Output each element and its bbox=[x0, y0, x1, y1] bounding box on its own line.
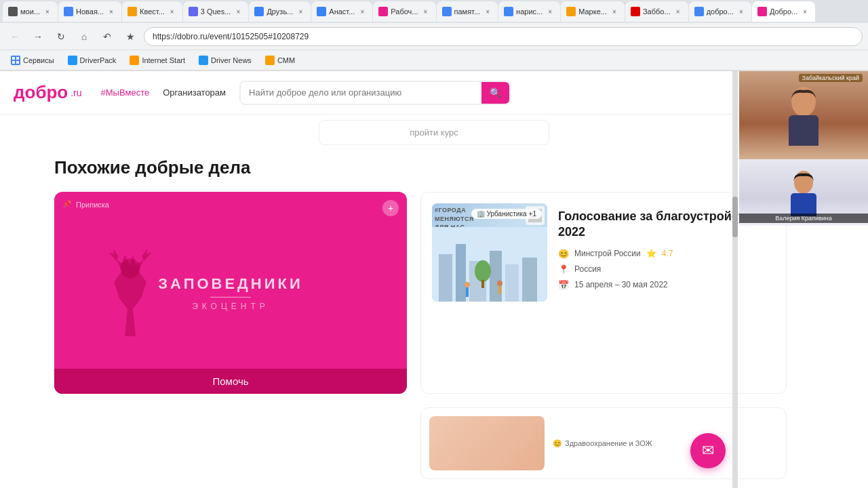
pink-card-help-button[interactable]: Помочь bbox=[54, 369, 407, 394]
tab-4[interactable]: 3 Ques... × bbox=[183, 1, 249, 22]
tab-10[interactable]: Марке... × bbox=[561, 1, 625, 22]
tab-favicon-12 bbox=[694, 7, 704, 16]
pass-course-button[interactable]: пройти курс bbox=[319, 120, 549, 145]
tab-2[interactable]: Новая... × bbox=[58, 1, 121, 22]
logo-tld: .ru bbox=[71, 87, 81, 98]
tab-title-10: Марке... bbox=[578, 7, 607, 16]
event-card-header: #ГОРОДАМЕНЯЮТСЯДЛЯ НАС 🏛 bbox=[421, 192, 786, 312]
svg-point-16 bbox=[475, 260, 491, 282]
internetstart-label: Internet Start bbox=[142, 56, 185, 64]
tab-favicon-2 bbox=[64, 7, 73, 16]
tab-close-12[interactable]: × bbox=[736, 7, 746, 16]
tab-13[interactable]: Добро... × bbox=[752, 1, 815, 22]
bookmark-drivernews[interactable]: Driver News bbox=[193, 54, 257, 66]
services-label: Сервисы bbox=[23, 56, 54, 64]
svg-rect-14 bbox=[505, 264, 519, 302]
reload-button[interactable]: ↻ bbox=[52, 27, 71, 46]
bottom-card-image-inner bbox=[429, 416, 545, 470]
bookmarks-bar: Сервисы DriverPack Internet Start Driver… bbox=[0, 50, 868, 70]
tab-title-12: добро... bbox=[707, 7, 734, 16]
scrollbar[interactable] bbox=[732, 71, 738, 488]
tab-close-7[interactable]: × bbox=[421, 7, 431, 16]
tab-favicon-1 bbox=[8, 7, 18, 16]
tab-title-8: памят... bbox=[454, 7, 481, 16]
tab-close-3[interactable]: × bbox=[167, 7, 177, 16]
health-icon: 😊 bbox=[553, 439, 562, 448]
search-button[interactable]: 🔍 bbox=[481, 82, 509, 104]
scrollbar-thumb[interactable] bbox=[732, 197, 738, 237]
building-icon: 🏢 bbox=[477, 210, 485, 218]
bookmark-star-button[interactable]: ★ bbox=[121, 27, 140, 46]
tab-8[interactable]: памят... × bbox=[437, 1, 498, 22]
tab-1[interactable]: мои... × bbox=[3, 1, 58, 22]
tab-title-5: Друзь... bbox=[267, 7, 293, 16]
back-button[interactable]: ← bbox=[5, 27, 24, 46]
driverpack-label: DriverPack bbox=[80, 56, 117, 64]
logo[interactable]: добро.ru bbox=[14, 82, 82, 103]
tab-9[interactable]: нарис... × bbox=[498, 1, 560, 22]
bookmark-internetstart[interactable]: Internet Start bbox=[124, 54, 191, 66]
address-bar[interactable] bbox=[144, 27, 863, 46]
tab-close-13[interactable]: × bbox=[800, 7, 810, 16]
tab-title-7: Рабоч... bbox=[391, 7, 418, 16]
tab-title-2: Новая... bbox=[76, 7, 104, 16]
tab-close-11[interactable]: × bbox=[673, 7, 683, 16]
video-region-1: Забайкальский край bbox=[739, 71, 868, 159]
tab-title-1: мои... bbox=[20, 7, 40, 16]
cards-row: 📌 Приписка + ЗАПОВЕДНИКИ ЭКОЦЕНТР bbox=[54, 192, 814, 394]
tab-close-5[interactable]: × bbox=[296, 7, 305, 16]
chat-bubble-button[interactable]: ✉ bbox=[690, 433, 726, 468]
tab-7[interactable]: Рабоч... × bbox=[373, 1, 435, 22]
search-bar: 🔍 bbox=[239, 81, 511, 105]
pink-card-plus-button[interactable]: + bbox=[382, 200, 399, 216]
video-overlay: Забайкальский край Валерия Крапивина bbox=[739, 71, 868, 226]
event-org-name: Минстрой России bbox=[574, 249, 641, 258]
for-organizers-link[interactable]: Организаторам bbox=[163, 87, 226, 98]
internetstart-icon bbox=[130, 56, 139, 65]
city-illustration bbox=[432, 227, 547, 302]
event-location: Россия bbox=[574, 264, 601, 274]
svg-rect-0 bbox=[12, 57, 15, 60]
tab-close-8[interactable]: × bbox=[483, 7, 492, 16]
bottom-cards: 😊 Здравоохранение и ЗОЖ bbox=[0, 401, 868, 486]
tab-5[interactable]: Друзь... × bbox=[249, 1, 311, 22]
driverpack-icon bbox=[68, 56, 77, 65]
event-image-inner: #ГОРОДАМЕНЯЮТСЯДЛЯ НАС 🏛 bbox=[432, 203, 547, 302]
pink-card[interactable]: 📌 Приписка + ЗАПОВЕДНИКИ ЭКОЦЕНТР bbox=[54, 192, 407, 394]
similar-section: Похожие добрые дела 📌 Приписка + ЗАПОВЕД bbox=[0, 150, 868, 401]
video-person-2: Валерия Крапивина bbox=[739, 159, 868, 226]
tab-favicon-4 bbox=[189, 7, 198, 16]
bookmark-services[interactable]: Сервисы bbox=[5, 54, 60, 66]
chat-icon: ✉ bbox=[702, 442, 714, 460]
event-tag-label: Урбанистика bbox=[487, 210, 527, 218]
bookmark-cmm[interactable]: CMM bbox=[260, 54, 300, 66]
back-button-2[interactable]: ↶ bbox=[98, 27, 117, 46]
tab-12[interactable]: добро... × bbox=[689, 1, 751, 22]
pass-course-label: пройти курс bbox=[410, 127, 458, 138]
svg-rect-2 bbox=[12, 61, 15, 64]
region2-label-container: Валерия Крапивина bbox=[739, 214, 868, 223]
region1-label: Забайкальский край bbox=[802, 75, 859, 81]
similar-title: Похожие добрые дела bbox=[54, 157, 814, 178]
right-event-card[interactable]: #ГОРОДАМЕНЯЮТСЯДЛЯ НАС 🏛 bbox=[420, 192, 787, 394]
tab-close-10[interactable]: × bbox=[610, 7, 619, 16]
tab-close-4[interactable]: × bbox=[233, 7, 243, 16]
tab-6[interactable]: Анаст... × bbox=[311, 1, 372, 22]
tab-close-2[interactable]: × bbox=[106, 7, 116, 16]
bottom-card-tag-label: Здравоохранение и ЗОЖ bbox=[565, 439, 652, 447]
tab-close-9[interactable]: × bbox=[545, 7, 555, 16]
tab-11[interactable]: Заббо... × bbox=[625, 1, 688, 22]
svg-point-20 bbox=[497, 281, 502, 286]
tab-favicon-9 bbox=[504, 7, 513, 16]
person-silhouette-2 bbox=[787, 169, 821, 216]
forward-button[interactable]: → bbox=[28, 27, 47, 46]
tab-3[interactable]: Квест... × bbox=[122, 1, 182, 22]
hashtag[interactable]: #МыВместе bbox=[101, 87, 150, 98]
bookmark-driverpack[interactable]: DriverPack bbox=[62, 54, 122, 66]
tab-close-1[interactable]: × bbox=[43, 7, 52, 16]
tab-close-6[interactable]: × bbox=[357, 7, 367, 16]
home-button[interactable]: ⌂ bbox=[75, 27, 94, 46]
event-tag-plus: +1 bbox=[529, 210, 536, 218]
search-input[interactable] bbox=[241, 82, 481, 103]
bottom-event-card[interactable]: 😊 Здравоохранение и ЗОЖ bbox=[420, 407, 787, 479]
